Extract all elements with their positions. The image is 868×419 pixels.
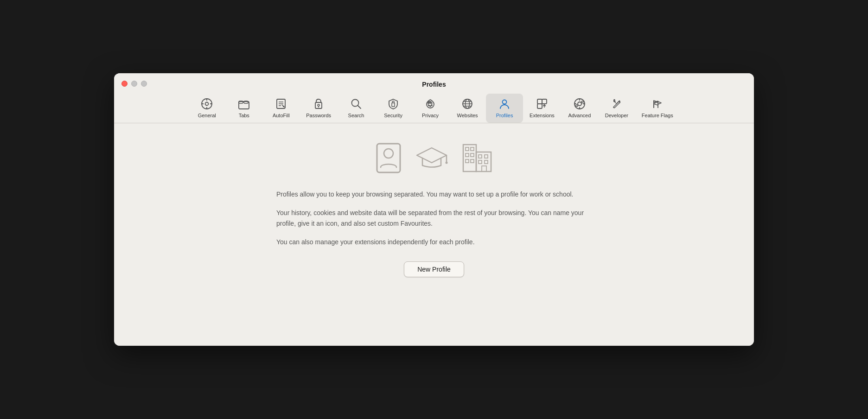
advanced-icon (573, 97, 586, 110)
tab-websites-label: Websites (457, 113, 478, 118)
svg-rect-53 (485, 160, 488, 164)
tab-search[interactable]: Search (338, 94, 375, 123)
close-button[interactable] (121, 81, 128, 87)
illustration-icons (375, 142, 493, 174)
titlebar: Profiles (114, 73, 754, 88)
tab-feature-flags-label: Feature Flags (642, 113, 673, 118)
search-icon (350, 97, 363, 110)
tab-privacy-label: Privacy (422, 113, 439, 118)
new-profile-button[interactable]: New Profile (404, 261, 464, 277)
websites-icon (461, 97, 474, 110)
tab-passwords[interactable]: Passwords (300, 94, 338, 123)
maximize-button[interactable] (141, 81, 147, 87)
svg-point-41 (446, 162, 448, 164)
svg-point-1 (205, 102, 209, 106)
tab-security-label: Security (384, 113, 402, 118)
svg-point-29 (578, 102, 581, 106)
tab-profiles[interactable]: Profiles (486, 94, 523, 123)
description-block: Profiles allow you to keep your browsing… (276, 189, 592, 256)
passwords-icon (312, 97, 325, 110)
tab-extensions[interactable]: Extensions (523, 94, 561, 123)
tab-privacy[interactable]: Privacy (412, 94, 449, 123)
svg-rect-8 (244, 101, 248, 103)
description-paragraph-1: Profiles allow you to keep your browsing… (276, 189, 592, 199)
svg-rect-49 (471, 159, 474, 163)
svg-point-35 (576, 105, 578, 107)
tab-security[interactable]: Security (375, 94, 412, 123)
svg-rect-46 (466, 153, 469, 157)
tab-autofill[interactable]: AutoFill (262, 94, 300, 123)
svg-rect-44 (466, 147, 469, 151)
tab-passwords-label: Passwords (306, 113, 331, 118)
main-window: Profiles General (114, 73, 754, 346)
tab-tabs-label: Tabs (239, 113, 249, 118)
description-paragraph-3: You can also manage your extensions inde… (276, 237, 592, 247)
svg-rect-13 (315, 102, 322, 108)
tab-developer-label: Developer (605, 113, 628, 118)
tab-advanced-label: Advanced (568, 113, 591, 118)
svg-rect-47 (471, 153, 474, 157)
security-icon (387, 97, 400, 110)
tab-feature-flags[interactable]: Feature Flags (635, 94, 680, 123)
tab-general-label: General (198, 113, 216, 118)
tab-tabs[interactable]: Tabs (225, 94, 262, 123)
svg-rect-25 (537, 99, 542, 104)
tab-autofill-label: AutoFill (273, 113, 290, 118)
toolbar: General Tabs (114, 88, 754, 123)
privacy-icon (424, 97, 437, 110)
svg-point-24 (503, 100, 507, 104)
description-paragraph-2: Your history, cookies and website data w… (276, 208, 592, 229)
tab-developer[interactable]: Developer (598, 94, 635, 123)
svg-rect-45 (471, 147, 474, 151)
svg-rect-50 (479, 155, 482, 158)
svg-point-14 (318, 104, 319, 106)
graduation-cap-icon (415, 144, 448, 172)
tabs-icon (237, 97, 250, 110)
svg-line-17 (358, 106, 361, 109)
autofill-icon (274, 97, 287, 110)
svg-point-34 (581, 101, 583, 103)
svg-rect-54 (482, 166, 486, 171)
svg-rect-48 (466, 159, 469, 163)
svg-point-38 (384, 149, 393, 158)
window-title: Profiles (422, 81, 446, 88)
tab-profiles-label: Profiles (496, 113, 513, 118)
tab-websites[interactable]: Websites (449, 94, 486, 123)
developer-icon (610, 97, 623, 110)
general-icon (200, 97, 213, 110)
svg-marker-39 (417, 148, 447, 163)
tab-search-label: Search (348, 113, 364, 118)
id-card-icon (375, 142, 402, 174)
svg-rect-26 (542, 99, 547, 104)
minimize-button[interactable] (131, 81, 137, 87)
svg-rect-51 (485, 155, 488, 158)
svg-rect-7 (239, 101, 243, 103)
extensions-icon (536, 97, 549, 110)
feature-flags-icon (651, 97, 664, 110)
content-area: Profiles allow you to keep your browsing… (114, 123, 754, 346)
svg-rect-52 (479, 160, 482, 164)
tab-extensions-label: Extensions (530, 113, 555, 118)
tab-general[interactable]: General (188, 94, 225, 123)
svg-rect-18 (392, 103, 395, 107)
svg-rect-27 (537, 104, 542, 108)
building-icon (461, 142, 493, 174)
traffic-lights (121, 81, 147, 87)
profiles-icon (498, 97, 511, 110)
tab-advanced[interactable]: Advanced (561, 94, 598, 123)
